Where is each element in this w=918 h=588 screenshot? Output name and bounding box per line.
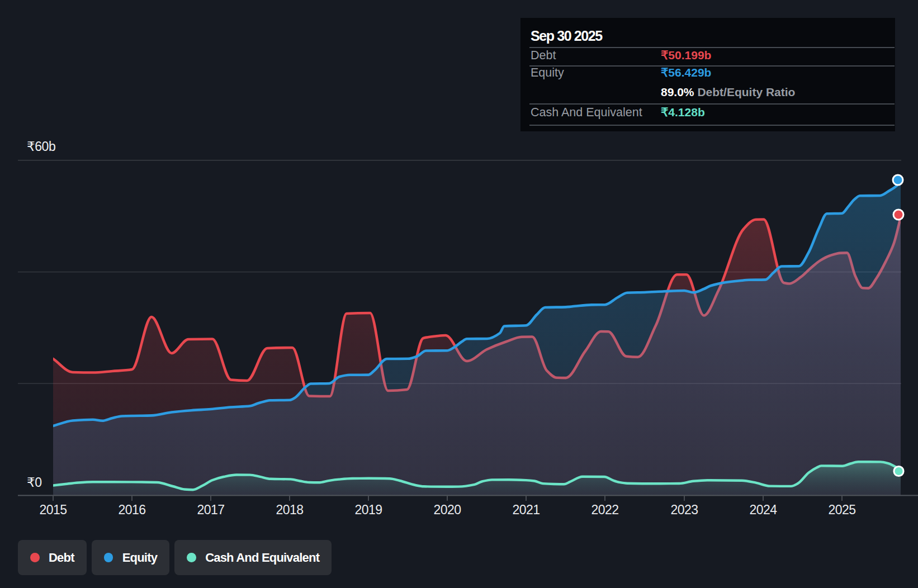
svg-text:2021: 2021 [512,502,540,517]
svg-text:2024: 2024 [749,502,777,517]
svg-text:₹60b: ₹60b [27,139,55,154]
svg-text:2020: 2020 [433,502,461,517]
svg-text:2017: 2017 [197,502,224,517]
svg-text:2022: 2022 [591,502,618,517]
svg-text:2023: 2023 [670,502,698,517]
svg-text:2015: 2015 [39,502,67,517]
svg-text:₹0: ₹0 [27,475,42,490]
svg-text:2025: 2025 [828,502,855,517]
svg-text:2019: 2019 [354,502,382,517]
svg-text:2018: 2018 [276,502,303,517]
svg-text:2016: 2016 [118,502,145,517]
